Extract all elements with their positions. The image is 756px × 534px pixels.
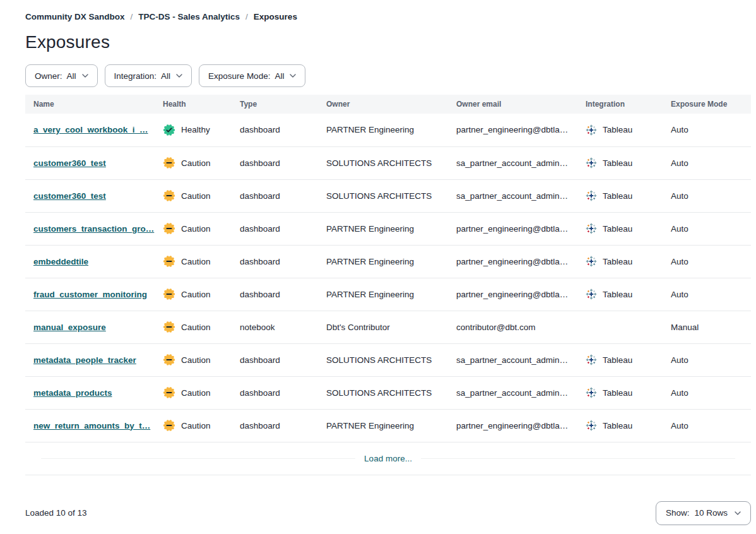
integration-label: Tableau (603, 388, 632, 398)
health-label: Caution (181, 224, 211, 234)
owner-cell: PARTNER Engineering (318, 278, 448, 311)
owner-cell: SOLUTIONS ARCHITECTS (318, 376, 448, 409)
tableau-icon (586, 256, 597, 267)
type-cell: dashboard (232, 114, 318, 146)
tableau-icon (586, 190, 597, 201)
integration-label: Tableau (603, 257, 632, 266)
exposure-mode-cell: Auto (663, 146, 751, 179)
breadcrumb: Community DX Sandbox / TPC-DS - Sales An… (25, 12, 751, 21)
exposure-mode-cell: Auto (663, 343, 751, 376)
integration-filter[interactable]: Integration: All (105, 64, 192, 87)
tableau-icon (586, 124, 597, 136)
exposure-mode-cell: Auto (663, 114, 751, 146)
exposure-name-link[interactable]: a_very_cool_workbook_i_… (33, 125, 148, 134)
owner-filter-label: Owner: (35, 71, 62, 81)
tableau-icon (586, 354, 597, 365)
type-cell: dashboard (232, 146, 318, 179)
owner-email-cell: partner_engineering@dbtla… (448, 212, 577, 245)
exposure-mode-cell: Auto (663, 376, 751, 409)
owner-cell: PARTNER Engineering (318, 114, 448, 146)
minus-seal-icon (163, 288, 175, 300)
exposure-mode-cell: Auto (663, 245, 751, 278)
check-seal-icon (163, 124, 175, 136)
show-rows-label: Show: (666, 508, 690, 518)
minus-seal-icon (163, 419, 175, 432)
column-header-health: Health (155, 95, 232, 114)
table-row: new_return_amounts_by_t… Caution dashboa… (25, 409, 751, 442)
minus-seal-icon (163, 255, 175, 268)
type-cell: dashboard (232, 343, 318, 376)
minus-seal-icon (163, 157, 175, 169)
breadcrumb-item-current: Exposures (254, 12, 297, 21)
exposure-mode-filter[interactable]: Exposure Mode: All (199, 64, 305, 87)
exposure-mode-filter-value: All (275, 71, 284, 81)
type-cell: dashboard (232, 179, 318, 212)
tableau-icon (586, 420, 597, 431)
exposure-mode-cell: Auto (663, 278, 751, 311)
exposure-name-link[interactable]: customer360_test (33, 191, 106, 201)
owner-cell: SOLUTIONS ARCHITECTS (318, 179, 448, 212)
exposure-name-link[interactable]: fraud_customer_monitoring (33, 290, 147, 299)
integration-label: Tableau (603, 191, 632, 201)
exposure-name-link[interactable]: metadata_people_tracker (33, 355, 136, 365)
integration-label: Tableau (603, 355, 632, 365)
owner-cell: Dbt's Contributor (318, 311, 448, 343)
health-label: Caution (181, 355, 211, 365)
minus-seal-icon (163, 189, 175, 202)
type-cell: dashboard (232, 212, 318, 245)
owner-filter[interactable]: Owner: All (25, 64, 98, 87)
integration-label: Tableau (603, 158, 632, 168)
table-row: metadata_products Caution dashboard SOLU… (25, 376, 751, 409)
owner-email-cell: sa_partner_account_admin… (448, 146, 577, 179)
owner-email-cell: partner_engineering@dbtla… (448, 114, 577, 146)
health-label: Caution (181, 388, 211, 398)
owner-cell: PARTNER Engineering (318, 245, 448, 278)
breadcrumb-separator: / (245, 12, 248, 21)
exposure-name-link[interactable]: new_return_amounts_by_t… (33, 421, 150, 430)
load-more-row: Load more... (25, 442, 751, 475)
filter-bar: Owner: All Integration: All Exposure Mod… (25, 64, 751, 87)
integration-label: Tableau (603, 290, 632, 299)
minus-seal-icon (163, 321, 175, 333)
load-more-link[interactable]: Load more... (364, 454, 412, 463)
exposure-name-link[interactable]: embeddedtile (33, 257, 88, 266)
table-row: fraud_customer_monitoring Caution dashbo… (25, 278, 751, 311)
tableau-icon (586, 223, 597, 234)
owner-email-cell: sa_partner_account_admin… (448, 343, 577, 376)
column-header-owner: Owner (318, 95, 448, 114)
exposure-name-link[interactable]: metadata_products (33, 388, 112, 398)
type-cell: dashboard (232, 278, 318, 311)
owner-cell: SOLUTIONS ARCHITECTS (318, 343, 448, 376)
owner-email-cell: contributor@dbt.com (448, 311, 577, 343)
integration-filter-label: Integration: (114, 71, 157, 81)
minus-seal-icon (163, 222, 175, 235)
exposure-mode-cell: Auto (663, 212, 751, 245)
health-label: Caution (181, 323, 211, 332)
exposure-name-link[interactable]: customer360_test (33, 158, 106, 168)
integration-label: Tableau (603, 125, 632, 134)
owner-filter-value: All (67, 71, 76, 81)
owner-email-cell: partner_engineering@dbtla… (448, 278, 577, 311)
integration-label: Tableau (603, 224, 632, 234)
divider-line (41, 458, 355, 459)
type-cell: dashboard (232, 409, 318, 442)
show-rows-dropdown[interactable]: Show: 10 Rows (656, 501, 751, 525)
table-row: a_very_cool_workbook_i_… Healthy dashboa… (25, 114, 751, 146)
chevron-down-icon (735, 511, 741, 515)
chevron-down-icon (290, 74, 296, 78)
tableau-icon (586, 288, 597, 300)
health-label: Healthy (181, 125, 210, 134)
owner-email-cell: partner_engineering@dbtla… (448, 245, 577, 278)
exposure-name-link[interactable]: manual_exposure (33, 323, 106, 332)
health-label: Caution (181, 158, 211, 168)
minus-seal-icon (163, 386, 175, 399)
breadcrumb-item-project[interactable]: TPC-DS - Sales Analytics (138, 12, 240, 21)
table-row: embeddedtile Caution dashboard PARTNER E… (25, 245, 751, 278)
type-cell: dashboard (232, 245, 318, 278)
breadcrumb-item-account[interactable]: Community DX Sandbox (25, 12, 125, 21)
exposure-name-link[interactable]: customers_transaction_gro… (33, 224, 154, 234)
exposure-mode-cell: Manual (663, 311, 751, 343)
health-label: Caution (181, 257, 211, 266)
health-label: Caution (181, 290, 211, 299)
exposure-mode-cell: Auto (663, 179, 751, 212)
